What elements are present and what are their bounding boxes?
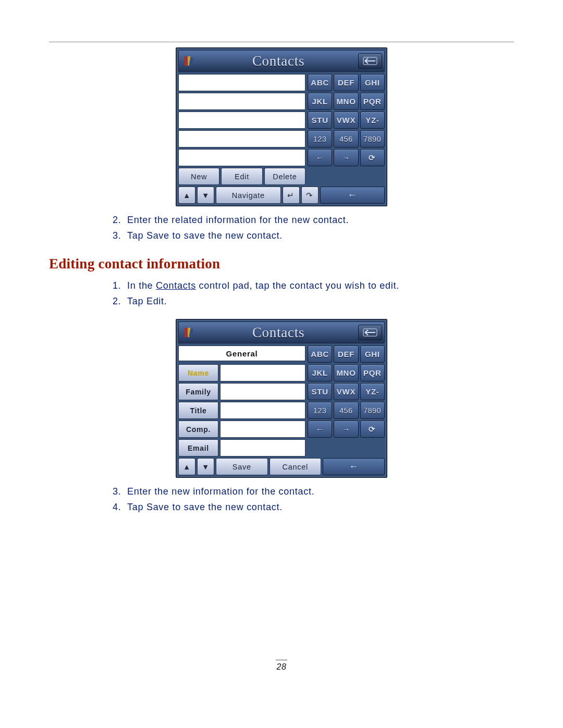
key-stu[interactable]: STU <box>308 112 332 129</box>
key-ghi[interactable]: GHI <box>360 346 385 363</box>
key-456[interactable]: 456 <box>334 402 358 419</box>
refresh-icon[interactable]: ⟳ <box>360 149 385 166</box>
refresh-icon[interactable]: ⟳ <box>360 421 385 438</box>
button-name: Edit <box>146 296 164 306</box>
enter-icon[interactable]: ↵ <box>283 187 300 204</box>
contacts-list-screenshot: Contacts New Edit Delete <box>176 47 387 206</box>
key-456[interactable]: 456 <box>334 130 358 147</box>
field-input-comp[interactable] <box>220 421 305 438</box>
edit-button[interactable]: Edit <box>221 168 262 185</box>
list-item[interactable] <box>178 112 305 129</box>
title-bar: Contacts <box>178 322 385 343</box>
key-jkl[interactable]: JKL <box>308 364 332 381</box>
field-label-title[interactable]: Title <box>178 402 218 419</box>
arrow-right-icon[interactable]: → <box>334 149 358 166</box>
arrow-right-icon[interactable]: → <box>334 421 358 438</box>
navigate-button[interactable]: Navigate <box>216 187 281 204</box>
redo-icon[interactable]: ↷ <box>301 187 319 204</box>
key-pqr[interactable]: PQR <box>360 364 385 381</box>
step-item: 4.Tap Save to save the new contact. <box>113 501 514 513</box>
key-yz[interactable]: YZ- <box>360 383 385 400</box>
form-header: General <box>178 346 305 361</box>
page-number-value: 28 <box>276 662 286 671</box>
key-123[interactable]: 123 <box>308 130 332 147</box>
field-label-name[interactable]: Name <box>178 364 218 381</box>
title-text: Contacts <box>199 325 358 341</box>
key-stu[interactable]: STU <box>308 383 332 400</box>
field-label-email[interactable]: Email <box>178 439 218 456</box>
save-button[interactable]: Save <box>216 458 268 475</box>
key-7890[interactable]: 7890 <box>360 130 385 147</box>
field-input-family[interactable] <box>220 383 305 400</box>
scroll-down-icon[interactable]: ▼ <box>197 458 214 475</box>
step-item: 1.In the Contacts control pad, tap the c… <box>113 279 514 292</box>
title-text: Contacts <box>199 53 358 69</box>
field-label-comp[interactable]: Comp. <box>178 421 218 438</box>
contacts-edit-screenshot: Contacts General NameFamilyTitleComp.Ema… <box>176 319 387 478</box>
key-123[interactable]: 123 <box>308 402 332 419</box>
arrow-left-icon[interactable]: ← <box>308 421 332 438</box>
list-item[interactable] <box>178 149 305 166</box>
back-icon[interactable] <box>358 325 382 340</box>
key-def[interactable]: DEF <box>334 74 358 91</box>
key-ghi[interactable]: GHI <box>360 74 385 91</box>
key-7890[interactable]: 7890 <box>360 402 385 419</box>
svg-rect-0 <box>185 56 187 66</box>
field-input-title[interactable] <box>220 402 305 419</box>
steps-list: 2.Enter the related information for the … <box>49 214 514 242</box>
list-item[interactable] <box>178 93 305 110</box>
scroll-up-icon[interactable]: ▲ <box>178 458 195 475</box>
page-rule <box>49 42 514 42</box>
field-label-family[interactable]: Family <box>178 383 218 400</box>
button-name: Save <box>146 502 169 512</box>
section-heading: Editing contact information <box>49 256 514 272</box>
steps-list: 1.In the Contacts control pad, tap the c… <box>49 279 514 308</box>
field-input-name[interactable] <box>220 364 305 381</box>
form-row: Title <box>178 402 305 419</box>
cancel-button[interactable]: Cancel <box>270 458 322 475</box>
svg-rect-4 <box>185 328 187 337</box>
page-number: 28 <box>49 660 514 672</box>
list-item[interactable] <box>178 130 305 147</box>
step-item: 2.Enter the related information for the … <box>113 214 514 226</box>
button-name: Save <box>146 230 169 241</box>
app-icon <box>181 54 195 68</box>
scroll-up-icon[interactable]: ▲ <box>178 187 195 204</box>
form-row: Name <box>178 364 305 381</box>
back-icon[interactable] <box>358 53 382 69</box>
key-pqr[interactable]: PQR <box>360 93 385 110</box>
key-vwx[interactable]: VWX <box>334 112 358 129</box>
new-button[interactable]: New <box>178 168 219 185</box>
form-row: Comp. <box>178 421 305 438</box>
key-def[interactable]: DEF <box>334 346 358 363</box>
key-vwx[interactable]: VWX <box>334 383 358 400</box>
key-abc[interactable]: ABC <box>308 74 332 91</box>
scroll-down-icon[interactable]: ▼ <box>197 187 214 204</box>
step-item: 2.Tap Edit. <box>113 295 514 307</box>
form-row: Email <box>178 439 305 456</box>
steps-list: 3.Enter the new information for the cont… <box>49 485 514 514</box>
delete-button[interactable]: Delete <box>264 168 305 185</box>
key-mno[interactable]: MNO <box>334 364 358 381</box>
key-yz[interactable]: YZ- <box>360 112 385 129</box>
step-item: 3.Tap Save to save the new contact. <box>113 229 514 242</box>
field-input-email[interactable] <box>220 439 305 456</box>
list-item[interactable] <box>178 74 305 91</box>
app-icon <box>181 325 195 340</box>
key-abc[interactable]: ABC <box>308 346 332 363</box>
arrow-left-icon[interactable]: ← <box>308 149 332 166</box>
step-item: 3.Enter the new information for the cont… <box>113 485 514 498</box>
key-jkl[interactable]: JKL <box>308 93 332 110</box>
contacts-link[interactable]: Contacts <box>156 280 196 291</box>
back-arrow-icon[interactable]: ← <box>323 458 385 475</box>
title-bar: Contacts <box>178 50 385 72</box>
key-mno[interactable]: MNO <box>334 93 358 110</box>
back-arrow-icon[interactable]: ← <box>320 187 385 204</box>
form-row: Family <box>178 383 305 400</box>
